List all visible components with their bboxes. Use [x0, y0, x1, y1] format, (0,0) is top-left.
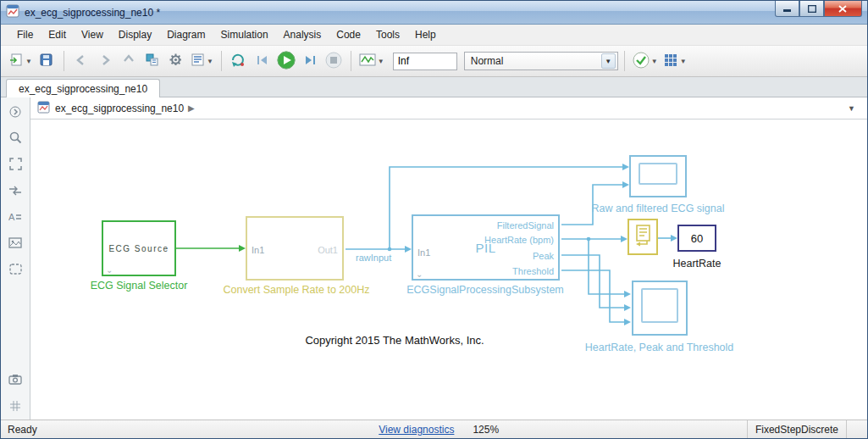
- pan-button[interactable]: [6, 182, 25, 201]
- model-tab[interactable]: ex_ecg_sigprocessing_ne10: [6, 79, 160, 97]
- toolbar-separator: [64, 51, 64, 71]
- update-diagram-button[interactable]: ▼: [631, 49, 660, 73]
- scope-hr-peak-threshold-label: HeartRate, Peak and Threshold: [556, 342, 763, 353]
- menu-file[interactable]: File: [9, 25, 41, 44]
- svg-text:A: A: [8, 212, 15, 222]
- chevron-down-icon: ▼: [378, 58, 384, 65]
- ecg-source-block[interactable]: ECG Source ⌄: [102, 220, 176, 276]
- area-box-icon: [9, 264, 22, 277]
- data-inspector-button[interactable]: ▼: [357, 49, 386, 73]
- magnifier-icon: [9, 131, 22, 147]
- maximize-button[interactable]: [799, 1, 824, 17]
- menu-tools[interactable]: Tools: [368, 25, 407, 44]
- heartrate-display-block[interactable]: 60: [677, 225, 716, 252]
- stop-button[interactable]: [323, 49, 345, 73]
- subsystem-label: ECGSignalProcessingSubsystem: [379, 284, 591, 296]
- zoom-indicator-button[interactable]: [6, 397, 25, 416]
- menu-edit[interactable]: Edit: [41, 25, 74, 44]
- zoom-button[interactable]: [6, 130, 25, 148]
- annotation-button[interactable]: A: [6, 208, 25, 227]
- ecg-processing-subsystem-block[interactable]: PIL In1 FilteredSignal HeartRate (bpm) P…: [412, 214, 560, 281]
- stop-icon: [325, 52, 342, 71]
- new-model-icon: [9, 53, 24, 69]
- wire-peak[interactable]: [561, 255, 631, 311]
- grid-small-icon: [9, 400, 21, 414]
- menu-simulation[interactable]: Simulation: [213, 25, 276, 44]
- menu-view[interactable]: View: [74, 25, 111, 44]
- step-back-icon: [256, 54, 269, 69]
- scope-hr-peak-threshold-block[interactable]: [632, 281, 688, 336]
- model-tab-label: ex_ecg_sigprocessing_ne10: [19, 83, 147, 95]
- menu-analysis[interactable]: Analysis: [276, 25, 329, 44]
- run-button[interactable]: [275, 49, 297, 73]
- image-annotation-button[interactable]: [6, 235, 25, 253]
- browser-toggle-button[interactable]: [6, 103, 25, 122]
- chevron-down-icon: ▼: [207, 58, 213, 65]
- run-icon: [277, 51, 296, 72]
- scope-raw-filtered-label: Raw and filtered ECG signal: [561, 203, 755, 214]
- rate-transition-icon: [633, 224, 652, 250]
- up-to-parent-button[interactable]: [118, 49, 140, 73]
- toolbar-separator: [221, 51, 222, 71]
- wire-ecg-to-convert[interactable]: [176, 245, 246, 252]
- model-browser-button[interactable]: [141, 49, 163, 73]
- back-button[interactable]: [70, 49, 92, 73]
- chevron-down-icon: ▼: [680, 58, 687, 65]
- titlebar: ex_ecg_sigprocessing_ne10 *: [1, 1, 867, 25]
- breadcrumb-arrow-icon: ▶: [188, 103, 195, 113]
- fast-restart-icon: [231, 53, 246, 69]
- forward-button[interactable]: [94, 49, 116, 73]
- wire-threshold[interactable]: [561, 270, 631, 325]
- model-browser-icon: [145, 53, 159, 69]
- menubar: File Edit View Display Diagram Simulatio…: [1, 25, 867, 45]
- close-button[interactable]: [824, 1, 862, 17]
- palette-sidebar: A: [1, 97, 30, 420]
- step-back-button[interactable]: [252, 49, 274, 73]
- camera-icon: [8, 374, 22, 387]
- solver-indicator[interactable]: FixedStepDiscrete: [747, 420, 847, 438]
- environment-panel-button[interactable]: ▼: [189, 49, 215, 73]
- model-canvas[interactable]: ECG Source ⌄ ECG Signal Selector In1 Out…: [30, 119, 867, 420]
- forward-arrow-icon: [98, 54, 112, 69]
- rate-transition-block[interactable]: [628, 219, 658, 255]
- menu-diagram[interactable]: Diagram: [159, 25, 213, 44]
- model-file-icon: [37, 101, 50, 116]
- menu-help[interactable]: Help: [407, 25, 444, 44]
- menu-code[interactable]: Code: [329, 25, 368, 44]
- ecg-source-block-text: ECG Source: [108, 244, 169, 253]
- breadcrumb: ex_ecg_sigprocessing_ne10 ▶ ▼: [30, 97, 867, 119]
- scope-raw-filtered-block[interactable]: [629, 155, 687, 197]
- fast-restart-button[interactable]: [228, 49, 250, 73]
- toolbar-separator: [351, 51, 351, 71]
- status-text: Ready: [8, 424, 37, 436]
- breadcrumb-dropdown[interactable]: ▼: [843, 103, 860, 114]
- sim-stop-time-input[interactable]: [393, 53, 457, 70]
- convert-rate-block[interactable]: In1 Out1: [246, 216, 344, 281]
- heartrate-display-label: HeartRate: [655, 258, 739, 270]
- view-diagnostics-link[interactable]: View diagnostics: [379, 424, 454, 436]
- minimize-button[interactable]: [775, 1, 799, 17]
- scope-screen: [641, 288, 678, 323]
- tabbar: ex_ecg_sigprocessing_ne10: [1, 77, 867, 97]
- simulink-window: ex_ecg_sigprocessing_ne10 * File Edit Vi…: [0, 0, 868, 439]
- subsystem-out-filteredsignal: FilteredSignal: [497, 220, 554, 231]
- chevron-down-icon: ▼: [25, 58, 32, 65]
- new-model-button[interactable]: ▼: [8, 49, 34, 73]
- menu-display[interactable]: Display: [111, 25, 159, 44]
- viewmarks-button[interactable]: [6, 371, 25, 390]
- subsystem-in-port-label: In1: [417, 247, 430, 258]
- model-config-button[interactable]: [165, 49, 187, 73]
- ecg-source-label: ECG Signal Selector: [58, 280, 219, 292]
- list-panel-icon: [191, 53, 205, 69]
- fit-to-view-button[interactable]: [6, 156, 25, 175]
- step-forward-button[interactable]: [299, 49, 321, 73]
- breadcrumb-model[interactable]: ex_ecg_sigprocessing_ne10: [55, 103, 184, 114]
- statusbar: Ready View diagnostics 125% FixedStepDis…: [1, 420, 867, 438]
- image-icon: [8, 237, 22, 251]
- scope-screen: [639, 163, 677, 185]
- wire-to-display[interactable]: [658, 235, 677, 242]
- save-button[interactable]: [36, 49, 58, 73]
- sim-mode-select[interactable]: Normal ▼: [464, 52, 618, 70]
- build-button[interactable]: ▼: [661, 49, 688, 73]
- area-annotation-button[interactable]: [6, 261, 25, 280]
